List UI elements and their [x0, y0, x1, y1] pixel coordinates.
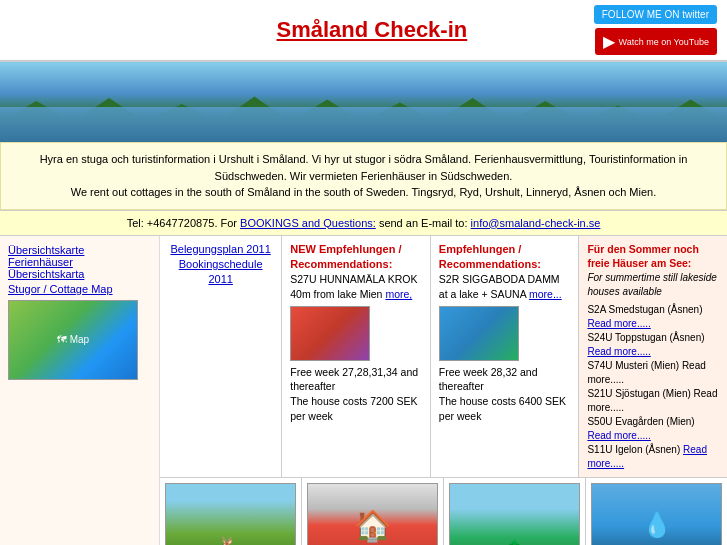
belegungsplan-link[interactable]: Belegungsplan 2011 [170, 243, 270, 255]
intro-line1: Hyra en stuga och turistinformation i Ur… [16, 151, 711, 184]
summer-link-s50u[interactable]: Read more..... [587, 430, 650, 441]
gallery-item-ferienhaeuser: 🦌 ALLE FERIENHÄUSER HIER und information… [160, 478, 302, 545]
gallery-image-house: 🏠 [307, 483, 438, 545]
bookingschedule-link[interactable]: Bookingschedule 2011 [179, 258, 263, 285]
new-rec-more-link[interactable]: more, [385, 288, 412, 300]
summer-item-s11u: S11U Igelon (Åsnen) Read more..... [587, 443, 719, 471]
header: Småland Check-in FOLLOW ME ON twitter ▶ … [0, 0, 727, 62]
new-rec-col: NEW Empfehlungen / Recommendations: S27U… [282, 236, 431, 477]
email-prefix: send an E-mail to: [379, 217, 471, 229]
left-column: Übersichtskarte Ferienhäuser Übersichtsk… [0, 236, 160, 546]
gallery-item-cottages: 🌲 ALL THE COTTAGES and information about… [444, 478, 586, 545]
bookings-link[interactable]: BOOKINGS and Questions: [240, 217, 376, 229]
emp-rec-more-link[interactable]: more... [529, 288, 562, 300]
cottage-map-link[interactable]: Stugor / Cottage Map [8, 283, 151, 295]
center-section: Belegungsplan 2011 Bookingschedule 2011 … [160, 236, 727, 546]
gallery-row: 🦌 ALLE FERIENHÄUSER HIER und information… [160, 478, 727, 545]
emp-rec-item: S2R SIGGABODA DAMM at a lake + SAUNA mor… [439, 272, 571, 301]
intro-section: Hyra en stuga och turistinformation i Ur… [0, 142, 727, 210]
summer-item-s74u: S74U Musteri (Mien) Read more..... [587, 359, 719, 387]
gallery-image-cottages: 🌲 [449, 483, 580, 545]
header-social: FOLLOW ME ON twitter ▶ Watch me on YouTu… [594, 5, 717, 55]
summer-col: Für den Sommer noch freie Häuser am See:… [579, 236, 727, 477]
new-rec-price: The house costs 7200 SEK per week [290, 394, 422, 423]
emp-rec-image [439, 306, 519, 361]
overview-map-link[interactable]: Übersichtskarte Ferienhäuser Übersichtsk… [8, 244, 151, 280]
gallery-item-vakantie: 💧 ALLE VAKANTIEHUIZEN en informatie over… [586, 478, 727, 545]
summer-item-s2a: S2A Smedstugan (Åsnen) Read more..... [587, 303, 719, 331]
emp-rec-title: Empfehlungen / Recommendations: [439, 242, 571, 273]
new-rec-item: S27U HUNNAMÄLA KROK 40m from lake Mien m… [290, 272, 422, 301]
gallery-image-deer: 🦌 [165, 483, 296, 545]
summer-subtitle: For summertime still lakeside houses ava… [587, 271, 719, 299]
recs-row: Belegungsplan 2011 Bookingschedule 2011 … [160, 236, 727, 478]
main-grid: Übersichtskarte Ferienhäuser Übersichtsk… [0, 236, 727, 546]
new-rec-title: NEW Empfehlungen / Recommendations: [290, 242, 422, 273]
twitter-button[interactable]: FOLLOW ME ON twitter [594, 5, 717, 24]
new-rec-image [290, 306, 370, 361]
belegungsplan-col: Belegungsplan 2011 Bookingschedule 2011 [160, 236, 282, 477]
contact-bar: Tel: +4647720875. For BOOKINGS and Quest… [0, 210, 727, 236]
emp-rec-col: Empfehlungen / Recommendations: S2R SIGG… [431, 236, 580, 477]
emp-rec-price: The house costs 6400 SEK per week [439, 394, 571, 423]
email-link[interactable]: info@smaland-check-in.se [471, 217, 601, 229]
summer-link-s24u[interactable]: Read more..... [587, 346, 650, 357]
new-rec-weeks: Free week 27,28,31,34 and thereafter [290, 365, 422, 394]
youtube-button[interactable]: ▶ Watch me on YouTube [595, 28, 717, 55]
summer-link-s2a[interactable]: Read more..... [587, 318, 650, 329]
summer-title: Für den Sommer noch freie Häuser am See: [587, 242, 719, 271]
intro-line2: We rent out cottages in the south of Små… [16, 184, 711, 201]
emp-rec-weeks: Free week 28,32 and thereafter [439, 365, 571, 394]
cottage-map-image: 🗺 Map [8, 300, 138, 380]
summer-item-s21u: S21U Sjöstugan (Mien) Read more..... [587, 387, 719, 415]
gallery-image-water: 💧 [591, 483, 722, 545]
summer-item-s50u: S50U Evagården (Mien) Read more..... [587, 415, 719, 443]
youtube-icon: ▶ [603, 32, 615, 51]
hero-lake [0, 107, 727, 142]
page-title: Småland Check-in [150, 17, 594, 43]
summer-item-s24u: S24U Toppstugan (Åsnen) Read more..... [587, 331, 719, 359]
hero-image [0, 62, 727, 142]
phone-label: Tel: +4647720875. For [127, 217, 240, 229]
gallery-item-stugor: 🏠 ALLA STUGOR och information om omgivni… [302, 478, 444, 545]
